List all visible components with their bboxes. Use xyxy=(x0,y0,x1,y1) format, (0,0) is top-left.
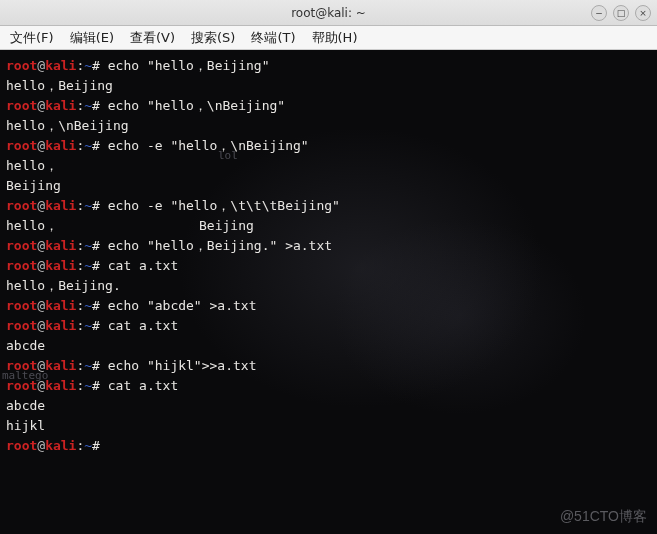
prompt-at: @ xyxy=(37,258,45,273)
menu-help[interactable]: 帮助(H) xyxy=(308,27,362,49)
window-title: root@kali: ~ xyxy=(291,6,366,20)
prompt-hash: # xyxy=(92,58,108,73)
prompt-user: root xyxy=(6,98,37,113)
prompt-path: ~ xyxy=(84,358,92,373)
prompt-path: ~ xyxy=(84,438,92,453)
output-text: abcde xyxy=(6,338,45,353)
command-text: echo -e "hello，\t\t\tBeijing" xyxy=(108,198,340,213)
command-text: cat a.txt xyxy=(108,318,178,333)
menu-terminal[interactable]: 终端(T) xyxy=(247,27,299,49)
prompt-path: ~ xyxy=(84,238,92,253)
menu-view[interactable]: 查看(V) xyxy=(126,27,179,49)
prompt-user: root xyxy=(6,318,37,333)
terminal-output-line: abcde xyxy=(6,336,651,356)
prompt-at: @ xyxy=(37,198,45,213)
terminal-output-line: hello，\nBeijing xyxy=(6,116,651,136)
prompt-at: @ xyxy=(37,438,45,453)
output-text: hello，Beijing. xyxy=(6,278,121,293)
command-text: echo "hello，Beijing" xyxy=(108,58,270,73)
output-text: hello，\nBeijing xyxy=(6,118,129,133)
terminal-command-line: root@kali:~# xyxy=(6,436,651,456)
prompt-at: @ xyxy=(37,238,45,253)
terminal-command-line: root@kali:~# echo "hijkl">>a.txt xyxy=(6,356,651,376)
prompt-hash: # xyxy=(92,358,108,373)
terminal-output-line: hello，Beijing. xyxy=(6,276,651,296)
output-text: hello，Beijing xyxy=(6,78,113,93)
output-text: hello， xyxy=(6,158,58,173)
prompt-at: @ xyxy=(37,318,45,333)
window-titlebar: root@kali: ~ − □ × xyxy=(0,0,657,26)
prompt-at: @ xyxy=(37,298,45,313)
terminal-command-line: root@kali:~# echo "hello，\nBeijing" xyxy=(6,96,651,116)
prompt-host: kali xyxy=(45,438,76,453)
terminal-output-line: Beijing xyxy=(6,176,651,196)
prompt-user: root xyxy=(6,438,37,453)
prompt-hash: # xyxy=(92,258,108,273)
prompt-host: kali xyxy=(45,98,76,113)
minimize-button[interactable]: − xyxy=(591,5,607,21)
terminal-command-line: root@kali:~# echo "hello，Beijing" xyxy=(6,56,651,76)
terminal-command-line: root@kali:~# echo -e "hello，\t\t\tBeijin… xyxy=(6,196,651,216)
prompt-user: root xyxy=(6,258,37,273)
watermark: @51CTO博客 xyxy=(560,506,647,526)
prompt-host: kali xyxy=(45,138,76,153)
close-button[interactable]: × xyxy=(635,5,651,21)
command-text: cat a.txt xyxy=(108,378,178,393)
prompt-user: root xyxy=(6,138,37,153)
terminal-command-line: root@kali:~# cat a.txt xyxy=(6,376,651,396)
prompt-hash: # xyxy=(92,198,108,213)
prompt-host: kali xyxy=(45,58,76,73)
output-text: abcde xyxy=(6,398,45,413)
command-text: cat a.txt xyxy=(108,258,178,273)
prompt-user: root xyxy=(6,358,37,373)
menubar: 文件(F) 编辑(E) 查看(V) 搜索(S) 终端(T) 帮助(H) xyxy=(0,26,657,50)
prompt-path: ~ xyxy=(84,138,92,153)
terminal-command-line: root@kali:~# cat a.txt xyxy=(6,316,651,336)
prompt-host: kali xyxy=(45,198,76,213)
terminal-output-line: hello， Beijing xyxy=(6,216,651,236)
prompt-path: ~ xyxy=(84,378,92,393)
prompt-host: kali xyxy=(45,258,76,273)
prompt-hash: # xyxy=(92,138,108,153)
prompt-host: kali xyxy=(45,298,76,313)
prompt-user: root xyxy=(6,298,37,313)
prompt-hash: # xyxy=(92,318,108,333)
output-text: hijkl xyxy=(6,418,45,433)
command-text: echo "hello，\nBeijing" xyxy=(108,98,285,113)
prompt-hash: # xyxy=(92,378,108,393)
terminal-output-line: abcde xyxy=(6,396,651,416)
prompt-hash: # xyxy=(92,438,108,453)
command-text: echo "hello，Beijing." >a.txt xyxy=(108,238,332,253)
prompt-path: ~ xyxy=(84,198,92,213)
menu-search[interactable]: 搜索(S) xyxy=(187,27,239,49)
output-text: Beijing xyxy=(6,178,61,193)
prompt-at: @ xyxy=(37,138,45,153)
command-text: echo "abcde" >a.txt xyxy=(108,298,257,313)
terminal-command-line: root@kali:~# echo "hello，Beijing." >a.tx… xyxy=(6,236,651,256)
prompt-path: ~ xyxy=(84,298,92,313)
prompt-host: kali xyxy=(45,238,76,253)
prompt-user: root xyxy=(6,378,37,393)
prompt-user: root xyxy=(6,238,37,253)
prompt-user: root xyxy=(6,58,37,73)
terminal-area[interactable]: lol maltego @51CTO博客 root@kali:~# echo "… xyxy=(0,50,657,534)
window-controls: − □ × xyxy=(591,5,651,21)
command-text: echo -e "hello，\nBeijing" xyxy=(108,138,309,153)
prompt-at: @ xyxy=(37,358,45,373)
prompt-host: kali xyxy=(45,378,76,393)
prompt-path: ~ xyxy=(84,318,92,333)
command-text: echo "hijkl">>a.txt xyxy=(108,358,257,373)
terminal-output-line: hijkl xyxy=(6,416,651,436)
maximize-button[interactable]: □ xyxy=(613,5,629,21)
prompt-hash: # xyxy=(92,298,108,313)
terminal-command-line: root@kali:~# echo "abcde" >a.txt xyxy=(6,296,651,316)
prompt-path: ~ xyxy=(84,98,92,113)
menu-file[interactable]: 文件(F) xyxy=(6,27,58,49)
prompt-at: @ xyxy=(37,58,45,73)
prompt-hash: # xyxy=(92,238,108,253)
prompt-hash: # xyxy=(92,98,108,113)
prompt-path: ~ xyxy=(84,58,92,73)
prompt-host: kali xyxy=(45,358,76,373)
prompt-at: @ xyxy=(37,378,45,393)
menu-edit[interactable]: 编辑(E) xyxy=(66,27,118,49)
